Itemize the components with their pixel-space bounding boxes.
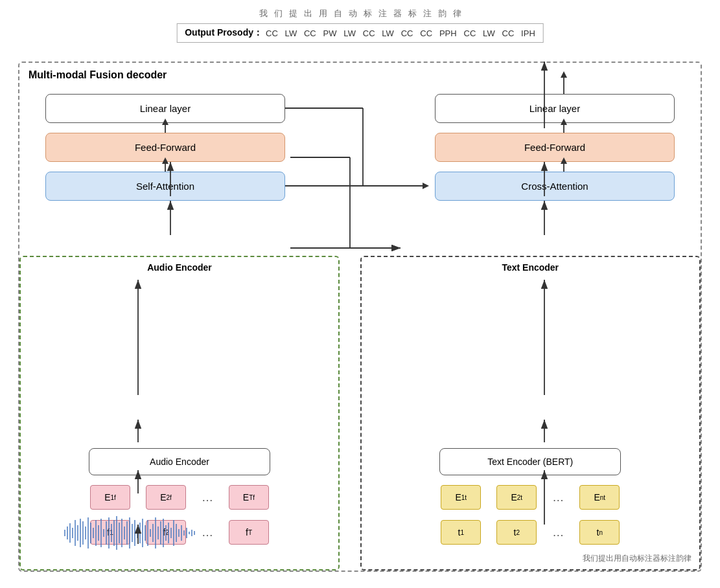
text-encoder-outer-box: Text Encoder Text Encoder (BERT) E1t E2t… — [360, 256, 701, 571]
text-embed-2: E2t — [496, 485, 537, 510]
right-linear-block: Linear layer — [435, 94, 675, 123]
svg-marker-11 — [423, 183, 429, 189]
main-container: 我们提出用自动标注器标注韵律 Output Prosody： CC LW CC … — [0, 0, 720, 588]
output-prosody-label: Output Prosody： — [185, 27, 262, 39]
audio-encoder-block: Audio Encoder — [89, 448, 270, 475]
waveform-svg — [58, 514, 214, 552]
audio-embeddings-row: E1f E2f … ETf — [82, 485, 277, 510]
text-token-2: t2 — [496, 520, 537, 545]
chinese-text-bottom: 我们提出用自动标注器标注韵律 — [583, 553, 691, 564]
left-feedforward-block: Feed-Forward — [45, 133, 285, 162]
prosody-tags: CC LW CC PW LW CC LW CC CC PPH CC LW CC … — [266, 28, 535, 38]
audio-embed-1: E1f — [90, 485, 130, 510]
text-tokens-row: t1 t2 … tn — [433, 520, 627, 545]
chinese-chars-row: 我们提出用自动标注器标注韵律 — [259, 8, 461, 19]
waveform — [58, 514, 214, 552]
cross-attention-block: Cross-Attention — [435, 172, 675, 201]
text-token-dots: … — [552, 526, 564, 539]
audio-feat-T: fT — [229, 520, 269, 545]
audio-embed-dots: … — [202, 491, 213, 504]
audio-embed-T: ETf — [229, 485, 269, 510]
fusion-decoder-box: Multi-modal Fusion decoder Linear layer … — [18, 62, 702, 572]
audio-embed-2: E2f — [146, 485, 186, 510]
fusion-decoder-title: Multi-modal Fusion decoder — [29, 69, 167, 81]
text-embed-1: E1t — [441, 485, 481, 510]
self-attention-block: Self-Attention — [45, 172, 285, 201]
text-embeddings-row: E1t E2t … Ent — [433, 485, 627, 510]
text-encoder-block: Text Encoder (BERT) — [439, 448, 621, 475]
svg-marker-9 — [561, 71, 567, 78]
output-prosody-box: Output Prosody： CC LW CC PW LW CC LW CC … — [176, 23, 544, 43]
audio-encoder-title: Audio Encoder — [147, 262, 212, 273]
text-encoder-title: Text Encoder — [502, 262, 559, 273]
text-token-1: t1 — [441, 520, 481, 545]
text-embed-dots: … — [552, 491, 564, 504]
left-linear-block: Linear layer — [45, 94, 285, 123]
text-embed-n: Ent — [579, 485, 620, 510]
text-token-n: tn — [579, 520, 620, 545]
right-feedforward-block: Feed-Forward — [435, 133, 675, 162]
